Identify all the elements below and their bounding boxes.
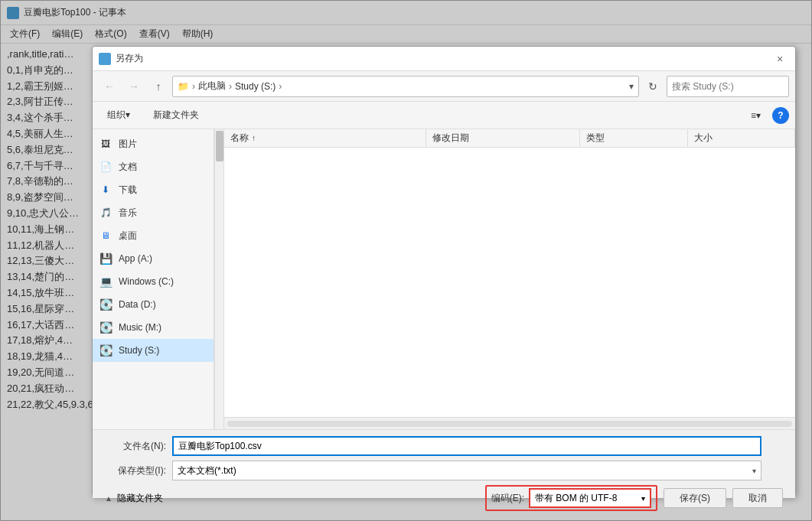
action-toolbar: 组织▾ 新建文件夹 ≡▾ ? [93,102,795,129]
filelist-header: 名称 ↑ 修改日期 类型 大小 [224,129,795,148]
breadcrumb-study[interactable]: Study (S:) [235,81,276,92]
sidebar-item-music[interactable]: 🎵 音乐 [93,201,214,224]
sidebar-item-study[interactable]: 💽 Study (S:) [93,339,214,362]
breadcrumb-this-pc[interactable]: 此电脑 [198,80,226,93]
dialog-icon [99,53,111,65]
collapse-icon: ▲ [105,494,113,503]
filetype-value: 文本文档(*.txt) [178,464,236,477]
cancel-button[interactable]: 取消 [732,488,783,508]
filetype-dropdown-arrow: ▾ [752,467,756,475]
documents-icon: 📄 [99,160,113,174]
back-button[interactable]: ← [99,76,120,97]
navigation-toolbar: ← → ↑ 📁 › 此电脑 › Study (S:) › ▾ ↻ [93,71,795,102]
scrollbar-track [227,421,792,427]
sidebar-label-data: Data (D:) [119,299,156,310]
app-drive-icon: 💾 [99,252,113,265]
music-icon: 🎵 [99,206,113,220]
encoding-section: 编码(E): 带有 BOM 的 UTF-8 ▾ [485,485,657,511]
dialog-main: 🖼 图片 📄 文档 ⬇ 下载 🎵 音乐 🖥 桌面 [93,129,795,429]
sidebar-label-music-m: Music (M:) [119,322,161,333]
encoding-label: 编码(E): [491,492,524,505]
sidebar-label-downloads: 下载 [119,184,137,197]
refresh-button[interactable]: ↻ [642,76,664,97]
search-input[interactable] [667,76,789,97]
sidebar-container: 🖼 图片 📄 文档 ⬇ 下载 🎵 音乐 🖥 桌面 [93,129,224,429]
horizontal-scrollbar[interactable] [224,417,795,429]
filelist-body [224,148,795,417]
help-button[interactable]: ? [772,107,789,124]
sidebar-label-documents: 文档 [119,161,137,174]
sidebar-item-app[interactable]: 💾 App (A:) [93,247,214,270]
sidebar-label-pictures: 图片 [119,138,137,151]
encoding-value: 带有 BOM 的 UTF-8 [535,492,617,505]
hide-folder-row[interactable]: ▲ 隐藏文件夹 [105,492,479,505]
encoding-dropdown[interactable]: 带有 BOM 的 UTF-8 ▾ [529,488,651,508]
column-date[interactable]: 修改日期 [426,129,581,147]
sidebar-label-windows: Windows (C:) [119,276,174,287]
sidebar-item-documents[interactable]: 📄 文档 [93,155,214,178]
data-drive-icon: 💽 [99,298,113,311]
sort-arrow-icon: ↑ [252,134,256,142]
windows-drive-icon: 💻 [99,275,113,288]
column-name[interactable]: 名称 ↑ [224,129,426,147]
desktop-icon: 🖥 [99,229,113,243]
dialog-close-button[interactable]: × [771,50,789,68]
save-button[interactable]: 保存(S) [664,488,726,508]
column-size[interactable]: 大小 [688,129,795,147]
filename-row: 文件名(N): [105,436,783,456]
new-folder-button[interactable]: 新建文件夹 [145,106,207,125]
sidebar-label-desktop: 桌面 [119,230,137,243]
view-options-button[interactable]: ≡▾ [745,106,766,125]
column-type[interactable]: 类型 [580,129,687,147]
breadcrumb-dropdown[interactable]: ▾ [629,81,634,92]
dialog-titlebar: 另存为 × [93,47,795,71]
breadcrumb-bar: 📁 › 此电脑 › Study (S:) › ▾ [172,76,639,97]
sidebar-item-data[interactable]: 💽 Data (D:) [93,293,214,316]
sidebar-item-desktop[interactable]: 🖥 桌面 [93,224,214,247]
filetype-row: 保存类型(I): 文本文档(*.txt) ▾ [105,461,783,480]
filename-input[interactable] [172,436,761,456]
sidebar-label-app: App (A:) [119,253,152,264]
forward-button[interactable]: → [123,76,145,97]
study-drive-icon: 💽 [99,344,113,357]
sidebar-label-music: 音乐 [119,207,137,220]
downloads-icon: ⬇ [99,183,113,197]
encoding-actions-row: ▲ 隐藏文件夹 编码(E): 带有 BOM 的 UTF-8 ▾ 保存(S) 取消 [105,485,783,511]
breadcrumb-separator: › [192,81,195,92]
organize-button[interactable]: 组织▾ [99,106,139,125]
sidebar-item-downloads[interactable]: ⬇ 下载 [93,178,214,201]
encoding-dropdown-arrow: ▾ [641,494,645,503]
sidebar-item-windows[interactable]: 💻 Windows (C:) [93,270,214,293]
sidebar-scroll-thumb [216,131,223,161]
hide-folder-label: 隐藏文件夹 [117,492,163,505]
sidebar-item-pictures[interactable]: 🖼 图片 [93,132,214,155]
filetype-dropdown[interactable]: 文本文档(*.txt) ▾ [172,461,761,480]
filetype-label: 保存类型(I): [105,464,166,477]
filename-label: 文件名(N): [105,440,166,453]
save-as-dialog: 另存为 × ← → ↑ 📁 › 此电脑 › Study (S:) › ▾ ↻ 组… [92,46,796,497]
dialog-title: 另存为 [116,52,143,65]
dialog-bottom: 文件名(N): 保存类型(I): 文本文档(*.txt) ▾ ▲ 隐藏文件夹 编… [93,429,795,498]
sidebar-item-music-m[interactable]: 💽 Music (M:) [93,316,214,339]
dialog-titlebar-left: 另存为 [99,52,143,65]
pictures-icon: 🖼 [99,137,113,151]
dialog-sidebar: 🖼 图片 📄 文档 ⬇ 下载 🎵 音乐 🖥 桌面 [93,129,214,429]
breadcrumb-folder-icon: 📁 [178,81,189,92]
up-button[interactable]: ↑ [148,76,169,97]
music-m-drive-icon: 💽 [99,321,113,334]
sidebar-scrollbar[interactable] [214,129,223,429]
hide-folder-section: ▲ 隐藏文件夹 [105,492,479,505]
sidebar-label-study: Study (S:) [119,345,159,356]
file-list: 名称 ↑ 修改日期 类型 大小 [224,129,795,429]
